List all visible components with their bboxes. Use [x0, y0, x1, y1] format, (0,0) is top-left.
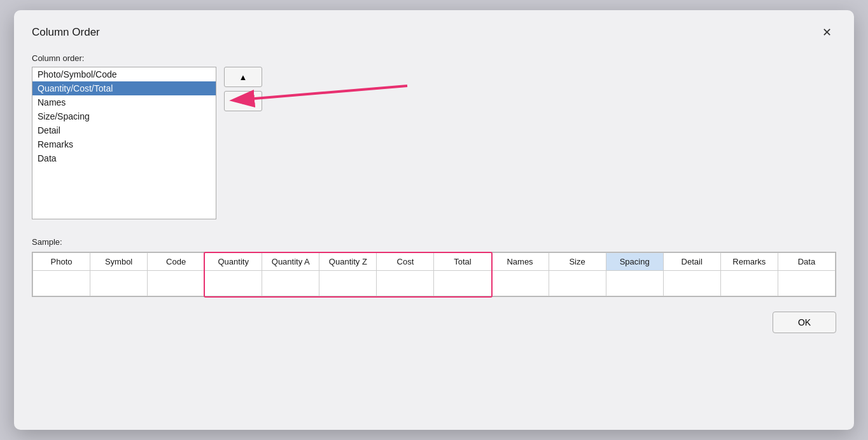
table-cell-spacing — [606, 271, 663, 296]
ok-button[interactable]: OK — [773, 312, 836, 333]
column-order-area: Photo/Symbol/CodeQuantity/Cost/TotalName… — [32, 67, 836, 219]
close-button[interactable]: ✕ — [817, 23, 836, 42]
sample-table-wrapper: PhotoSymbolCodeQuantityQuantity AQuantit… — [32, 252, 836, 297]
list-item-detail[interactable]: Detail — [32, 123, 216, 137]
col-header-quantity: Quantity — [205, 253, 262, 271]
col-header-symbol: Symbol — [90, 253, 148, 271]
svg-line-1 — [255, 86, 407, 99]
table-cell-symbol — [90, 271, 148, 296]
col-header-spacing: Spacing — [606, 253, 663, 271]
list-item-names[interactable]: Names — [32, 95, 216, 109]
sample-table-outer: PhotoSymbolCodeQuantityQuantity AQuantit… — [32, 252, 836, 297]
col-header-cost: Cost — [377, 253, 434, 271]
table-cell-detail — [663, 271, 720, 296]
move-up-button[interactable]: ▲ — [224, 67, 262, 87]
column-order-label: Column order: — [32, 53, 836, 63]
sample-table: PhotoSymbolCodeQuantityQuantity AQuantit… — [32, 252, 836, 296]
column-order-dialog: Column Order ✕ Column order: Photo/Symbo… — [14, 10, 854, 430]
table-cell-quantity-z — [319, 271, 377, 296]
table-cell-size — [549, 271, 606, 296]
table-cell-code — [148, 271, 205, 296]
col-header-names: Names — [491, 253, 549, 271]
dialog-title: Column Order — [32, 26, 100, 39]
list-item-photo-symbol-code[interactable]: Photo/Symbol/Code — [32, 67, 216, 81]
column-order-section: Column order: Photo/Symbol/CodeQuantity/… — [32, 53, 836, 219]
col-header-data: Data — [778, 253, 835, 271]
table-cell-quantity-a — [262, 271, 319, 296]
col-header-photo: Photo — [33, 253, 90, 271]
col-header-detail: Detail — [663, 253, 720, 271]
list-item-size-spacing[interactable]: Size/Spacing — [32, 109, 216, 123]
sample-label: Sample: — [32, 237, 836, 247]
sample-section: Sample: PhotoSymbolCodeQuantityQuantity … — [32, 237, 836, 299]
table-row — [33, 271, 836, 296]
move-down-button[interactable]: ▼ — [224, 91, 262, 111]
table-cell-remarks — [720, 271, 778, 296]
col-header-quantity-z: Quantity Z — [319, 253, 377, 271]
col-header-total: Total — [434, 253, 491, 271]
table-cell-total — [434, 271, 491, 296]
dialog-titlebar: Column Order ✕ — [32, 23, 836, 42]
col-header-size: Size — [549, 253, 606, 271]
column-order-listbox[interactable]: Photo/Symbol/CodeQuantity/Cost/TotalName… — [32, 67, 216, 219]
list-item-quantity-cost-total[interactable]: Quantity/Cost/Total — [32, 81, 216, 95]
arrow-buttons-group: ▲ ▼ — [224, 67, 262, 111]
table-cell-cost — [377, 271, 434, 296]
table-cell-data — [778, 271, 835, 296]
table-cell-photo — [33, 271, 90, 296]
list-item-remarks[interactable]: Remarks — [32, 137, 216, 151]
list-item-data[interactable]: Data — [32, 151, 216, 165]
col-header-code: Code — [148, 253, 205, 271]
table-cell-names — [491, 271, 549, 296]
col-header-quantity-a: Quantity A — [262, 253, 319, 271]
table-cell-quantity — [205, 271, 262, 296]
ok-button-row: OK — [32, 312, 836, 333]
col-header-remarks: Remarks — [720, 253, 778, 271]
